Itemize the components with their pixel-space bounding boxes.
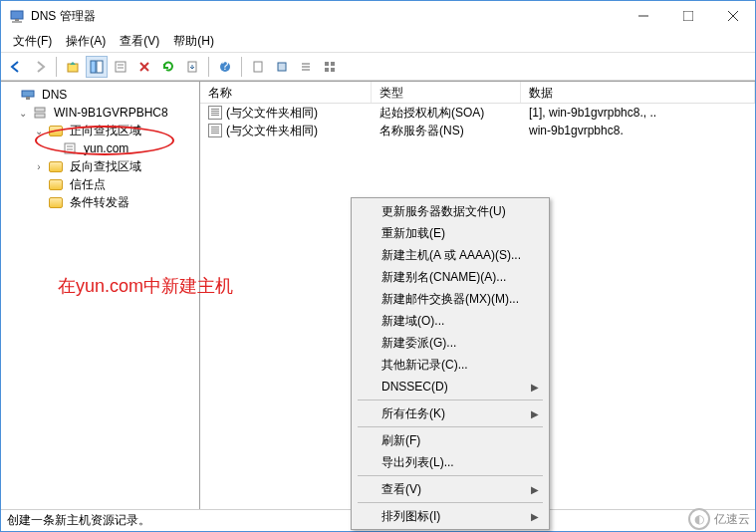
- ctx-new-delegation[interactable]: 新建委派(G)...: [354, 332, 547, 354]
- ctx-new-alias[interactable]: 新建别名(CNAME)(A)...: [354, 266, 547, 288]
- context-menu: 更新服务器数据文件(U) 重新加载(E) 新建主机(A 或 AAAA)(S)..…: [351, 197, 550, 530]
- close-button[interactable]: [710, 1, 755, 31]
- svg-rect-25: [325, 68, 329, 72]
- svg-rect-28: [26, 97, 30, 100]
- menu-view[interactable]: 查看(V): [114, 31, 165, 52]
- ctx-other-records[interactable]: 其他新记录(C)...: [354, 354, 547, 376]
- svg-text:?: ?: [222, 60, 229, 73]
- expand-icon[interactable]: ›: [33, 161, 45, 172]
- maximize-button[interactable]: [665, 1, 710, 31]
- dns-icon: [20, 87, 36, 103]
- svg-rect-26: [331, 68, 335, 72]
- titlebar: DNS 管理器: [1, 1, 755, 31]
- ctx-label: DNSSEC(D): [381, 380, 448, 394]
- svg-rect-0: [11, 11, 23, 19]
- tree-label: 反向查找区域: [67, 157, 144, 176]
- col-data[interactable]: 数据: [521, 82, 755, 103]
- ctx-arrange-icons[interactable]: 排列图标(I)▶: [354, 505, 547, 527]
- status-text: 创建一条新主机资源记录。: [7, 512, 150, 529]
- menu-action[interactable]: 操作(A): [60, 31, 112, 52]
- watermark: ◐ 亿速云: [688, 508, 750, 530]
- ctx-export[interactable]: 导出列表(L)...: [354, 451, 547, 473]
- tree-reverse-zones[interactable]: › 反向查找区域: [3, 157, 197, 175]
- submenu-arrow-icon: ▶: [531, 382, 539, 393]
- delete-button[interactable]: [133, 56, 155, 78]
- forward-button[interactable]: [29, 56, 51, 78]
- zone-icon: [62, 140, 78, 156]
- tree-label: 正向查找区域: [67, 122, 144, 140]
- tree-label: WIN-9B1GVRPBHC8: [51, 105, 171, 121]
- cell-type: 起始授权机构(SOA): [372, 104, 521, 123]
- cell-name: (与父文件夹相同): [200, 104, 372, 123]
- refresh-button[interactable]: [157, 56, 179, 78]
- ctx-new-mx[interactable]: 新建邮件交换器(MX)(M)...: [354, 288, 547, 310]
- record-icon: [208, 124, 222, 137]
- menu-separator: [358, 426, 543, 427]
- separator: [56, 57, 57, 77]
- cell-text: (与父文件夹相同): [226, 105, 318, 122]
- detail-button[interactable]: [319, 56, 341, 78]
- folder-icon: [48, 194, 64, 210]
- tree-server[interactable]: ⌄ WIN-9B1GVRPBHC8: [3, 104, 197, 122]
- back-button[interactable]: [5, 56, 27, 78]
- cell-name: (与父文件夹相同): [200, 122, 372, 140]
- window-title: DNS 管理器: [31, 8, 621, 25]
- svg-rect-1: [15, 19, 19, 21]
- ctx-reload[interactable]: 重新加载(E): [354, 222, 547, 244]
- expand-icon[interactable]: ⌄: [17, 108, 29, 119]
- menu-file[interactable]: 文件(F): [7, 31, 58, 52]
- tree-label: DNS: [39, 87, 70, 103]
- folder-icon: [48, 123, 64, 138]
- ctx-new-domain[interactable]: 新建域(O)...: [354, 310, 547, 332]
- ctx-label: 查看(V): [381, 481, 421, 498]
- cell-data: [1], win-9b1gvrpbhc8., ..: [521, 105, 755, 121]
- properties-button[interactable]: [110, 56, 131, 78]
- cell-text: (与父文件夹相同): [226, 123, 318, 139]
- ctx-all-tasks[interactable]: 所有任务(K)▶: [354, 402, 547, 424]
- svg-rect-30: [35, 114, 45, 118]
- filter-button[interactable]: [247, 56, 269, 78]
- svg-rect-19: [278, 63, 286, 71]
- list-row[interactable]: (与父文件夹相同) 起始授权机构(SOA) [1], win-9b1gvrpbh…: [200, 104, 755, 122]
- ctx-refresh[interactable]: 刷新(F): [354, 429, 547, 451]
- minimize-button[interactable]: [621, 1, 665, 31]
- tree-label: 信任点: [67, 175, 109, 194]
- list-button[interactable]: [295, 56, 317, 78]
- tree-conditional-forwarders[interactable]: 条件转发器: [3, 193, 197, 211]
- ctx-new-host[interactable]: 新建主机(A 或 AAAA)(S)...: [354, 244, 547, 266]
- cell-data: win-9b1gvrpbhc8.: [521, 123, 755, 138]
- server-icon: [32, 105, 48, 121]
- col-name[interactable]: 名称: [200, 82, 372, 103]
- tree-pane[interactable]: DNS ⌄ WIN-9B1GVRPBHC8 ⌄ 正向查找区域 yun.com ›…: [1, 82, 200, 509]
- ctx-label: 所有任务(K): [381, 405, 445, 422]
- ctx-dnssec[interactable]: DNSSEC(D)▶: [354, 376, 547, 398]
- show-tree-button[interactable]: [86, 56, 108, 78]
- ctx-view[interactable]: 查看(V)▶: [354, 478, 547, 500]
- tree-label: yun.com: [81, 140, 131, 156]
- up-button[interactable]: [62, 56, 84, 78]
- list-row[interactable]: (与父文件夹相同) 名称服务器(NS) win-9b1gvrpbhc8.: [200, 122, 755, 139]
- menu-separator: [358, 502, 543, 503]
- expand-icon[interactable]: ⌄: [33, 126, 45, 136]
- tree-forward-zones[interactable]: ⌄ 正向查找区域: [3, 122, 197, 139]
- watermark-text: 亿速云: [714, 511, 750, 528]
- col-type[interactable]: 类型: [372, 82, 521, 103]
- svg-rect-24: [331, 62, 335, 66]
- ctx-label: 排列图标(I): [381, 508, 440, 525]
- menubar: 文件(F) 操作(A) 查看(V) 帮助(H): [1, 31, 755, 53]
- record-icon: [208, 106, 222, 120]
- tree-trust-points[interactable]: 信任点: [3, 175, 197, 193]
- export-button[interactable]: [181, 56, 203, 78]
- folder-icon: [48, 158, 64, 174]
- menu-separator: [358, 475, 543, 476]
- separator: [241, 57, 242, 77]
- ctx-update-data[interactable]: 更新服务器数据文件(U): [354, 200, 547, 222]
- help-button[interactable]: ?: [214, 56, 236, 78]
- tree-zone-yun-com[interactable]: yun.com: [3, 139, 197, 157]
- new-record-button[interactable]: [271, 56, 293, 78]
- svg-rect-8: [91, 61, 96, 73]
- menu-help[interactable]: 帮助(H): [167, 31, 220, 52]
- window-buttons: [621, 1, 755, 31]
- svg-rect-10: [116, 62, 126, 72]
- tree-root-dns[interactable]: DNS: [3, 86, 197, 104]
